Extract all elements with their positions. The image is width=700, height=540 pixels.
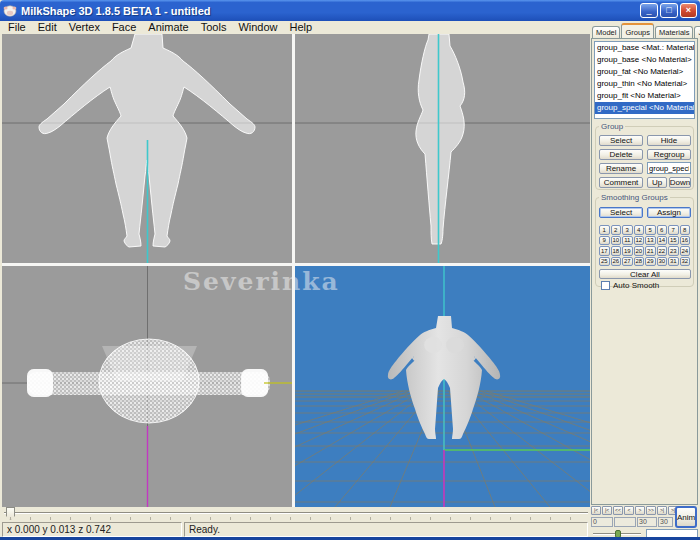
smoothing-select-button[interactable]: Select — [599, 207, 643, 218]
down-button[interactable]: Down — [669, 177, 691, 188]
smoothing-group-22[interactable]: 22 — [657, 246, 668, 256]
menu-item-vertex[interactable]: Vertex — [63, 21, 106, 34]
frame-field-3[interactable]: 30 — [658, 517, 673, 527]
viewport-3d[interactable] — [295, 266, 590, 507]
perspective-grid — [295, 391, 590, 507]
group-list-item[interactable]: group_base <Mat.: Material01> — [595, 42, 694, 54]
smoothing-group-8[interactable]: 8 — [680, 225, 691, 235]
tick — [350, 517, 351, 520]
tick — [270, 517, 271, 520]
rename-input[interactable] — [647, 162, 691, 174]
smoothing-group-24[interactable]: 24 — [680, 246, 691, 256]
smoothing-group-11[interactable]: 11 — [622, 236, 633, 246]
title-bar[interactable]: MilkShape 3D 1.8.5 BETA 1 - untitled _ □… — [0, 0, 700, 21]
timeline-groove[interactable] — [4, 512, 588, 514]
tick — [510, 517, 511, 520]
smoothing-group-7[interactable]: 7 — [668, 225, 679, 235]
tab-groups[interactable]: Groups — [621, 23, 654, 38]
playback-button-3[interactable]: < — [624, 506, 634, 515]
playback-button-5[interactable]: >> — [646, 506, 656, 515]
group-list-item[interactable]: group_fat <No Material> — [595, 66, 694, 78]
select-button[interactable]: Select — [599, 135, 643, 146]
smoothing-group-17[interactable]: 17 — [599, 246, 610, 256]
rename-button[interactable]: Rename — [599, 163, 643, 174]
smoothing-group-28[interactable]: 28 — [634, 257, 645, 267]
tick — [430, 517, 431, 520]
tab-model[interactable]: Model — [592, 26, 620, 38]
auto-smooth-checkbox[interactable] — [601, 281, 610, 290]
viewport-front[interactable] — [2, 34, 292, 263]
smoothing-group-27[interactable]: 27 — [622, 257, 633, 267]
group-list-item[interactable]: group_thin <No Material> — [595, 78, 694, 90]
viewport-top[interactable] — [2, 266, 292, 507]
smoothing-box-title: Smoothing Groups — [599, 193, 670, 202]
milkshape-cow-icon — [3, 4, 17, 17]
group-list[interactable]: group_base <Mat.: Material01>group_base … — [594, 41, 695, 119]
tick — [150, 517, 151, 520]
smoothing-group-3[interactable]: 3 — [622, 225, 633, 235]
smoothing-groups-box: Smoothing Groups Select Assign 123456789… — [595, 193, 694, 287]
playback-button-6[interactable]: >| — [657, 506, 667, 515]
smoothing-assign-button[interactable]: Assign — [647, 207, 691, 218]
tick — [310, 517, 311, 520]
smoothing-group-1[interactable]: 1 — [599, 225, 610, 235]
comment-button[interactable]: Comment — [599, 177, 643, 188]
group-list-item[interactable]: group_fit <No Material> — [595, 90, 694, 102]
minimize-button[interactable]: _ — [640, 3, 658, 18]
smoothing-group-5[interactable]: 5 — [645, 225, 656, 235]
close-button[interactable]: × — [680, 3, 697, 18]
tick — [50, 517, 51, 520]
menu-item-help[interactable]: Help — [284, 21, 319, 34]
smoothing-group-21[interactable]: 21 — [645, 246, 656, 256]
hide-button[interactable]: Hide — [647, 135, 691, 146]
playback-button-4[interactable]: > — [635, 506, 645, 515]
group-list-item[interactable]: group_base <No Material> — [595, 54, 694, 66]
tick — [70, 517, 71, 520]
tab-materials[interactable]: Materials — [655, 26, 693, 38]
menu-item-file[interactable]: File — [2, 21, 32, 34]
playback-button-1[interactable]: |< — [602, 506, 612, 515]
viewport-side[interactable] — [295, 34, 590, 263]
smoothing-group-6[interactable]: 6 — [657, 225, 668, 235]
tick — [450, 517, 451, 520]
frame-field-2[interactable]: 30 — [637, 517, 657, 527]
smoothing-group-18[interactable]: 18 — [611, 246, 622, 256]
smoothing-group-10[interactable]: 10 — [611, 236, 622, 246]
smoothing-group-2[interactable]: 2 — [611, 225, 622, 235]
group-list-item[interactable]: group_special <No Material> — [595, 102, 694, 114]
smoothing-group-25[interactable]: 25 — [599, 257, 610, 267]
regroup-button[interactable]: Regroup — [647, 149, 691, 160]
menu-item-tools[interactable]: Tools — [195, 21, 233, 34]
smoothing-group-15[interactable]: 15 — [668, 236, 679, 246]
smoothing-group-14[interactable]: 14 — [657, 236, 668, 246]
smoothing-group-32[interactable]: 32 — [680, 257, 691, 267]
smoothing-group-23[interactable]: 23 — [668, 246, 679, 256]
clear-all-button[interactable]: Clear All — [599, 269, 691, 279]
smoothing-group-20[interactable]: 20 — [634, 246, 645, 256]
frame-field-0[interactable]: 0 — [591, 517, 613, 527]
tick — [290, 517, 291, 520]
tab-joints[interactable]: Joints — [694, 26, 700, 38]
delete-button[interactable]: Delete — [599, 149, 643, 160]
smoothing-group-4[interactable]: 4 — [634, 225, 645, 235]
smoothing-group-19[interactable]: 19 — [622, 246, 633, 256]
smoothing-group-30[interactable]: 30 — [657, 257, 668, 267]
menu-item-animate[interactable]: Animate — [142, 21, 194, 34]
up-button[interactable]: Up — [647, 177, 667, 188]
menu-item-face[interactable]: Face — [106, 21, 142, 34]
smoothing-group-13[interactable]: 13 — [645, 236, 656, 246]
smoothing-group-9[interactable]: 9 — [599, 236, 610, 246]
smoothing-group-12[interactable]: 12 — [634, 236, 645, 246]
smoothing-group-26[interactable]: 26 — [611, 257, 622, 267]
anim-button[interactable]: Anim — [675, 506, 697, 528]
playback-button-0[interactable]: |< — [591, 506, 601, 515]
restore-button[interactable]: □ — [660, 3, 678, 18]
smoothing-group-31[interactable]: 31 — [668, 257, 679, 267]
smoothing-group-29[interactable]: 29 — [645, 257, 656, 267]
tick — [370, 517, 371, 520]
playback-button-2[interactable]: << — [613, 506, 623, 515]
menu-item-window[interactable]: Window — [232, 21, 283, 34]
smoothing-group-16[interactable]: 16 — [680, 236, 691, 246]
frame-field-1[interactable] — [614, 517, 636, 527]
menu-item-edit[interactable]: Edit — [32, 21, 63, 34]
